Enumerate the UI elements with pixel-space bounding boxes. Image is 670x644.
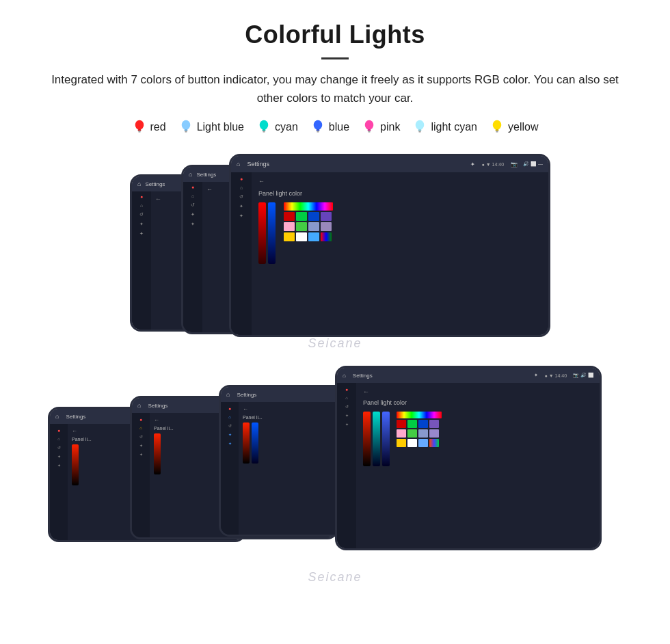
- color-label-lightblue: Light blue: [197, 121, 244, 133]
- title-divider: [321, 57, 349, 59]
- bulb-icon-blue: [310, 120, 325, 135]
- color-label-cyan: cyan: [275, 121, 298, 133]
- svg-rect-6: [185, 131, 187, 131]
- color-label-yellow: yellow: [508, 121, 538, 133]
- color-item-lightcyan: light cyan: [412, 120, 477, 135]
- color-label-blue: blue: [329, 121, 349, 133]
- svg-rect-19: [368, 132, 370, 133]
- color-label-red: red: [150, 121, 166, 133]
- svg-rect-23: [419, 132, 421, 133]
- svg-rect-22: [418, 131, 421, 131]
- title-section: Colorful Lights: [27, 21, 643, 59]
- svg-rect-27: [496, 132, 498, 133]
- color-item-yellow: yellow: [490, 120, 538, 135]
- color-item-red: red: [132, 120, 166, 135]
- panel-label: Panel light color: [258, 190, 541, 197]
- bulb-icon-lightblue: [178, 120, 193, 135]
- color-label-lightcyan: light cyan: [431, 121, 477, 133]
- panel-label-bot: Panel light color: [363, 399, 593, 406]
- svg-rect-7: [185, 132, 187, 133]
- page-container: Colorful Lights Integrated with 7 colors…: [0, 0, 670, 612]
- svg-point-8: [260, 120, 269, 130]
- top-screens-row: ⌂ Settings ● ⌂ ↺ ✦ ✦ ←: [27, 154, 643, 359]
- bottom-screens-row: ⌂Settings✦ ● ⌂ ↺ ✦ ✦ ← Panel li...: [27, 366, 643, 598]
- watermark-top: Seicane: [308, 336, 362, 351]
- bulb-icon-pink: [362, 120, 377, 135]
- svg-rect-14: [317, 131, 319, 131]
- svg-rect-10: [263, 131, 265, 131]
- color-item-pink: pink: [362, 120, 400, 135]
- svg-rect-26: [496, 131, 498, 131]
- svg-point-20: [416, 120, 425, 130]
- bulb-icon-yellow: [490, 120, 505, 135]
- svg-point-4: [181, 120, 190, 130]
- color-label-pink: pink: [380, 121, 400, 133]
- bulb-icon-lightcyan: [412, 120, 427, 135]
- svg-rect-18: [368, 131, 371, 131]
- color-item-cyan: cyan: [256, 120, 298, 135]
- color-item-blue: blue: [310, 120, 349, 135]
- svg-point-12: [314, 120, 323, 130]
- bulb-icon-cyan: [256, 120, 271, 135]
- svg-point-24: [493, 120, 502, 130]
- screen-card-bot-4: ⌂ Settings ✦ ● ▼ 14:40 📷 🔊 ⬜ ● ⌂ ↺ ✦ ✦: [335, 366, 602, 550]
- watermark-bottom: Seicane: [308, 570, 362, 585]
- svg-rect-15: [317, 132, 319, 133]
- bulb-icon-red: [132, 120, 147, 135]
- svg-point-16: [365, 120, 374, 130]
- page-title: Colorful Lights: [27, 21, 643, 49]
- description-text: Integrated with 7 colors of button indic…: [41, 70, 629, 107]
- svg-rect-3: [138, 132, 140, 133]
- svg-rect-11: [263, 132, 265, 133]
- screen-card-top-3: ⌂ Settings ✦ ● ▼ 14:40 📷 🔊 ⬜ — ● ⌂ ↺ ✦: [229, 154, 550, 337]
- svg-point-0: [135, 120, 144, 130]
- color-item-lightblue: Light blue: [178, 120, 244, 135]
- color-list: red Light blue cyan: [27, 120, 643, 135]
- svg-rect-2: [138, 131, 141, 131]
